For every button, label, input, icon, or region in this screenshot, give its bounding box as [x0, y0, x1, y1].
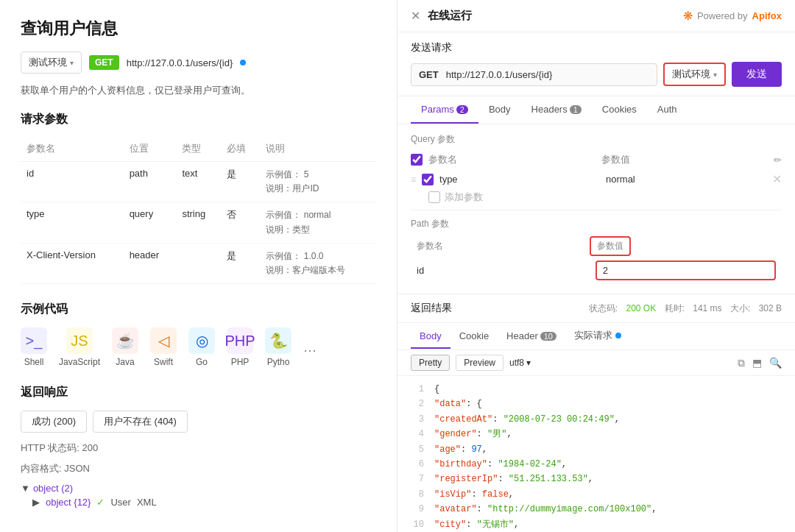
code-tab-label-0: Shell [24, 357, 44, 367]
size-value: 302 B [759, 303, 782, 313]
more-icon[interactable]: ⋯ [303, 342, 317, 358]
path-col-name: 参数名 [411, 236, 590, 256]
data-arrow: ▶ [32, 497, 40, 508]
result-tabs: BodyCookieHeader10实际请求 [398, 323, 795, 350]
pretty-btn[interactable]: Pretty [411, 355, 450, 371]
size-label: 大小: [730, 303, 750, 313]
tab-badge-0: 2 [456, 105, 468, 114]
code-tab-php[interactable]: PHP PHP [227, 327, 253, 367]
path-table: 参数名 参数值 id 2 [411, 236, 782, 285]
param-required: 是 [221, 243, 260, 283]
result-tab-label-0: Body [420, 330, 442, 341]
user-label: User [110, 497, 130, 508]
code-tab-go[interactable]: ◎ Go [188, 327, 215, 367]
result-meta: 状态码: 200 OK 耗时: 141 ms 大小: 302 B [583, 302, 782, 315]
param-value-header: 参数值 [601, 153, 768, 166]
line-number-7: 7 [403, 472, 424, 486]
line-content-2: "data": { [434, 397, 789, 411]
data-link[interactable]: object {12} [46, 497, 91, 508]
line-number-5: 5 [403, 442, 424, 457]
send-env-select[interactable]: 测试环境 ▾ [666, 65, 723, 83]
request-tab-params[interactable]: Params2 [411, 96, 478, 124]
code-line-6: 6 "birthday": "1984-02-24", [398, 457, 795, 472]
code-tab-javascript[interactable]: JS JavaScript [59, 327, 100, 367]
copy-icon[interactable]: ⧉ [738, 357, 745, 369]
code-tab-pytho[interactable]: 🐍 Pytho [265, 327, 292, 367]
powered-label: Powered by [697, 10, 748, 21]
download-icon[interactable]: ⬒ [752, 357, 762, 369]
response-tab-0[interactable]: 成功 (200) [21, 411, 87, 433]
request-tab-headers[interactable]: Headers1 [521, 96, 592, 124]
env-select[interactable]: 测试环境 ▾ [21, 52, 82, 74]
param-checkbox-type[interactable] [422, 174, 434, 185]
result-tab-2[interactable]: Header10 [498, 324, 565, 349]
tab-label-3: Cookies [602, 104, 637, 115]
request-tab-auth[interactable]: Auth [647, 96, 688, 124]
code-line-2: 2 "data": { [398, 397, 795, 411]
result-tab-1[interactable]: Cookie [451, 324, 498, 349]
result-tab-0[interactable]: Body [411, 324, 451, 349]
param-name: id [21, 162, 124, 202]
result-tab-3[interactable]: 实际请求 [565, 323, 630, 350]
send-url: http://127.0.0.1/users/{id} [446, 69, 649, 80]
close-icon[interactable]: ✕ [411, 9, 420, 23]
response-tabs: 成功 (200)用户不存在 (404) [21, 411, 376, 433]
col-header-name: 参数名 [21, 138, 124, 162]
code-tab-shell[interactable]: >_ Shell [21, 327, 47, 367]
param-type [176, 243, 221, 283]
code-tab-java[interactable]: ☕ Java [112, 327, 138, 367]
line-number-10: 10 [403, 517, 424, 532]
path-label: Path 参数 [411, 218, 782, 230]
tab-label-0: Params [421, 104, 454, 115]
time-label: 耗时: [665, 303, 685, 313]
send-env-label: 测试环境 [672, 68, 710, 81]
line-content-6: "birthday": "1984-02-24", [434, 457, 789, 472]
col-header-type: 类型 [176, 138, 221, 162]
path-name-id: id [411, 256, 590, 285]
path-value-id[interactable]: 2 [590, 256, 782, 285]
line-content-8: "isVip": false, [434, 487, 789, 502]
body-link[interactable]: object (2) [33, 483, 73, 494]
send-env-arrow: ▾ [713, 71, 717, 79]
path-value-input[interactable]: 2 [596, 260, 776, 280]
col-header-position: 位置 [124, 138, 177, 162]
request-tab-cookies[interactable]: Cookies [592, 96, 647, 124]
send-label: 发送请求 [411, 41, 782, 54]
code-line-3: 3 "createdAt": "2008-07-23 00:24:49", [398, 412, 795, 427]
search-icon[interactable]: 🔍 [769, 357, 782, 369]
line-content-1: { [434, 382, 789, 397]
params-section-title: 请求参数 [21, 112, 376, 127]
send-button[interactable]: 发送 [732, 62, 782, 87]
params-table: 参数名 位置 类型 必填 说明 id path text 是 示例值： 5说明：… [21, 138, 376, 284]
request-tab-body[interactable]: Body [478, 96, 521, 124]
param-position: path [124, 162, 177, 202]
param-checkbox-header[interactable] [411, 154, 423, 166]
add-param-checkbox[interactable] [428, 191, 440, 203]
param-name: X-Client-Version [21, 243, 124, 283]
url-bar[interactable]: GET http://127.0.0.1/users/{id} [411, 63, 657, 86]
edit-icon[interactable]: ✏ [774, 155, 782, 166]
time-value: 141 ms [693, 303, 721, 313]
delete-icon[interactable]: ✕ [772, 172, 782, 186]
param-name-header: 参数名 [428, 153, 596, 166]
path-col-value: 参数值 [590, 236, 631, 256]
query-label: Query 参数 [411, 133, 782, 146]
http-status: HTTP 状态码: 200 [21, 441, 376, 455]
drag-handle[interactable]: ≡ [411, 174, 416, 185]
response-tab-1[interactable]: 用户不存在 (404) [93, 411, 188, 433]
preview-btn[interactable]: Preview [456, 355, 504, 371]
params-area: Query 参数 参数名 参数值 ✏ ≡ type normal ✕ 添加参数 [398, 124, 795, 294]
code-tab-icon-4: ◎ [188, 327, 215, 354]
param-value-type: normal [606, 174, 766, 185]
send-area: 发送请求 GET http://127.0.0.1/users/{id} 测试环… [398, 32, 795, 96]
code-section-title: 示例代码 [21, 302, 376, 317]
code-line-4: 4 "gender": "男", [398, 427, 795, 441]
param-desc: 示例值： 5说明：用户ID [260, 162, 376, 202]
add-param-label[interactable]: 添加参数 [445, 191, 483, 204]
col-header-desc: 说明 [260, 138, 376, 162]
xml-label: XML [137, 497, 157, 508]
code-tab-swift[interactable]: ◁ Swift [150, 327, 177, 367]
encoding-select[interactable]: utf8 ▾ [509, 358, 531, 368]
line-number-4: 4 [403, 427, 424, 441]
left-panel: 查询用户信息 测试环境 ▾ GET http://127.0.0.1/users… [0, 0, 398, 532]
